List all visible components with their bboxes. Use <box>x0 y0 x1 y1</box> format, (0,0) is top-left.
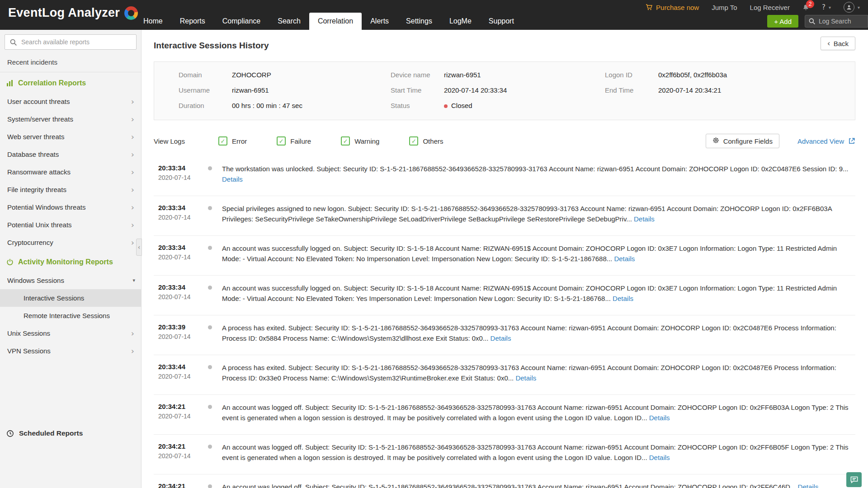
nav-tab-reports[interactable]: Reports <box>171 13 214 30</box>
item-label: User account threats <box>7 98 70 105</box>
report-search-input[interactable] <box>5 34 137 50</box>
sidebar-item-web-server-threats[interactable]: Web server threats› <box>0 128 141 145</box>
nav-tab-support[interactable]: Support <box>480 13 523 30</box>
jump-to-link[interactable]: Jump To <box>712 4 737 11</box>
sidebar-item-remote-interactive-sessions[interactable]: Remote Interactive Sessions <box>0 307 141 324</box>
log-message-text: An account was logged off. Subject: Secu… <box>222 443 849 461</box>
item-label: Unix Sessions <box>7 329 50 337</box>
filter-error[interactable]: ✓Error <box>218 136 247 145</box>
sidebar-item-interactive-sessions[interactable]: Interactive Sessions <box>0 289 141 307</box>
filter-label: Warning <box>354 137 379 145</box>
user-menu[interactable]: ▾ <box>844 2 860 13</box>
item-label: Ransomware attacks <box>7 168 71 176</box>
back-button[interactable]: ‹ Back <box>821 37 855 50</box>
nav-right-controls: + Add <box>767 15 868 28</box>
log-message: A process has exited. Subject: Security … <box>222 363 855 383</box>
start-time-value: 2020-07-14 20:33:34 <box>444 86 507 94</box>
advanced-view-label: Advanced View <box>797 137 844 145</box>
help-menu[interactable]: ? ▾ <box>822 3 831 11</box>
sidebar-item-ransomware-attacks[interactable]: Ransomware attacks› <box>0 163 141 181</box>
sidebar-item-file-integrity-threats[interactable]: File integrity threats› <box>0 181 141 198</box>
filter-warning[interactable]: ✓Warning <box>341 136 379 145</box>
log-receiver-link[interactable]: Log Receiver <box>750 4 790 11</box>
sidebar-item-database-threats[interactable]: Database threats› <box>0 145 141 163</box>
log-message-text: An account was logged off. Subject: Secu… <box>222 404 849 422</box>
sidebar-item-potential-unix-threats[interactable]: Potential Unix threats› <box>0 216 141 234</box>
details-link[interactable]: Details <box>798 483 819 488</box>
external-link-icon <box>848 137 855 145</box>
notification-badge: 2 <box>806 0 814 8</box>
sidebar: Recent incidents Correlation Reports Use… <box>0 30 142 488</box>
sidebar-item-recent-incidents[interactable]: Recent incidents <box>0 52 141 72</box>
notifications-button[interactable]: 2 <box>802 4 809 11</box>
back-chevron-icon: ‹ <box>827 39 830 48</box>
item-label: Web server threats <box>7 133 64 141</box>
main-nav: Home Reports Compliance Search Correlati… <box>135 13 523 30</box>
checkbox-checked-icon[interactable]: ✓ <box>409 136 418 145</box>
log-timestamp: 20:33:342020-07-14 <box>158 244 202 261</box>
section-correlation-reports: Correlation Reports <box>0 72 141 93</box>
filter-failure[interactable]: ✓Failure <box>277 136 311 145</box>
configure-fields-label: Configure Fields <box>723 137 773 145</box>
sidebar-item-unix-sessions[interactable]: Unix Sessions› <box>0 324 141 342</box>
sidebar-item-cryptocurrency[interactable]: Cryptocurrency› <box>0 234 141 251</box>
details-link[interactable]: Details <box>614 255 635 263</box>
details-link[interactable]: Details <box>649 454 670 461</box>
nav-tab-correlation[interactable]: Correlation <box>309 13 362 30</box>
sidebar-item-vpn-sessions[interactable]: VPN Sessions› <box>0 342 141 360</box>
log-date: 2020-07-14 <box>158 174 202 181</box>
nav-tab-logme[interactable]: LogMe <box>441 13 480 30</box>
log-row: 20:33:442020-07-14 A process has exited.… <box>154 355 855 395</box>
log-time: 20:34:21 <box>158 482 202 488</box>
nav-tab-compliance[interactable]: Compliance <box>214 13 269 30</box>
feedback-chat-button[interactable] <box>846 472 862 487</box>
log-date: 2020-07-14 <box>158 253 202 261</box>
log-message: The workstation was unlocked. Subject: S… <box>222 164 855 184</box>
details-link[interactable]: Details <box>634 215 655 223</box>
username-label: Username <box>179 86 232 94</box>
item-label: File integrity threats <box>7 186 66 193</box>
log-bullet-icon <box>208 405 212 409</box>
details-link[interactable]: Details <box>491 334 511 342</box>
section-activity-monitoring-reports: Activity Monitoring Reports <box>0 251 141 272</box>
status-badge: Closed <box>444 102 472 109</box>
nav-tab-search[interactable]: Search <box>269 13 309 30</box>
sidebar-item-windows-sessions[interactable]: Windows Sessions▾ <box>0 272 141 289</box>
sidebar-item-potential-windows-threats[interactable]: Potential Windows threats› <box>0 198 141 216</box>
log-bullet-icon <box>208 365 212 369</box>
log-time: 20:33:34 <box>158 283 202 291</box>
details-link[interactable]: Details <box>222 175 243 183</box>
log-message: An account was successfully logged on. S… <box>222 283 855 304</box>
log-timestamp: 20:33:342020-07-14 <box>158 164 202 181</box>
sidebar-collapse-handle[interactable]: ‹ <box>136 239 142 256</box>
chevron-right-icon: › <box>131 181 134 198</box>
checkbox-checked-icon[interactable]: ✓ <box>218 136 227 145</box>
details-link[interactable]: Details <box>613 295 633 302</box>
checkbox-checked-icon[interactable]: ✓ <box>341 136 350 145</box>
details-link[interactable]: Details <box>649 414 670 422</box>
configure-fields-button[interactable]: Configure Fields <box>706 134 779 148</box>
purchase-now-link[interactable]: Purchase now <box>646 4 699 11</box>
app-logo[interactable]: EventLog Analyzer <box>8 6 138 20</box>
cart-icon <box>646 4 653 11</box>
page-header: Interactive Sessions History ‹ Back <box>142 30 868 51</box>
add-button[interactable]: + Add <box>767 15 798 28</box>
filter-others[interactable]: ✓Others <box>409 136 443 145</box>
sidebar-item-scheduled-reports[interactable]: Scheduled Reports <box>0 424 141 443</box>
details-link[interactable]: Details <box>515 374 536 382</box>
nav-tab-alerts[interactable]: Alerts <box>362 13 397 30</box>
nav-tab-home[interactable]: Home <box>135 13 171 30</box>
sidebar-item-system-server-threats[interactable]: System/server threats› <box>0 110 141 128</box>
advanced-view-link[interactable]: Advanced View <box>797 137 855 145</box>
nav-tab-settings[interactable]: Settings <box>397 13 441 30</box>
chevron-right-icon: › <box>131 163 134 181</box>
checkbox-checked-icon[interactable]: ✓ <box>277 136 286 145</box>
logon-id-label: Logon ID <box>605 71 658 79</box>
end-time-value: 2020-07-14 20:34:21 <box>658 86 721 94</box>
log-time: 20:34:21 <box>158 442 202 450</box>
logon-id-value: 0x2ff6b05f, 0x2ff6b03a <box>658 71 727 79</box>
duration-label: Duration <box>179 102 232 109</box>
chevron-right-icon: › <box>131 110 134 128</box>
sidebar-item-user-account-threats[interactable]: User account threats› <box>0 93 141 110</box>
chevron-right-icon: › <box>131 145 134 163</box>
